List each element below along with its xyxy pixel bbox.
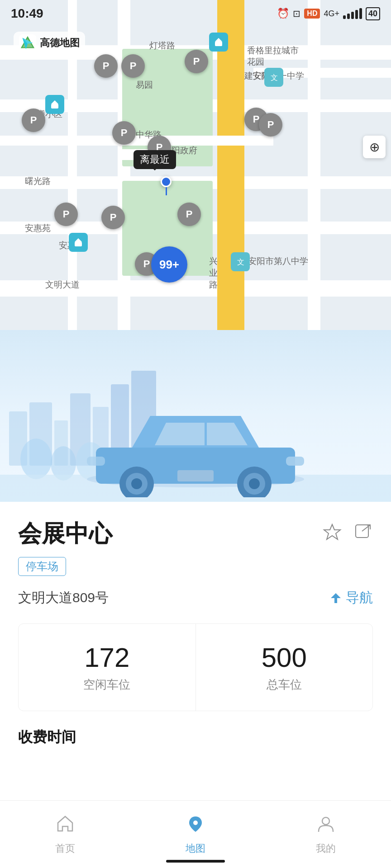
nav-map-label: 地图 [186,842,205,855]
free-spots-value: 172 [19,642,196,673]
dengta-road-label: 灯塔路 [149,40,175,52]
hd-badge: HD [304,9,320,19]
free-spots-stat: 172 空闲车位 [19,624,196,711]
venue-address: 文明大道809号 [18,589,109,607]
parking-count[interactable]: 99+ [151,246,187,283]
poi-chenzhi [45,95,64,114]
quguang-road-label: 曙光路 [25,175,51,187]
svg-marker-4 [215,38,222,42]
nav-mine-label: 我的 [316,842,336,855]
svg-rect-32 [177,470,214,481]
svg-point-37 [322,817,329,825]
parking-8[interactable]: P [259,113,282,137]
anhui-yuan-label: 安惠苑 [25,222,51,234]
signal-icon [343,8,362,19]
location-stem [166,187,167,195]
status-time: 10:49 [11,6,43,21]
venue-title-row: 会展中心 [18,518,373,550]
parking-4[interactable]: P [22,108,45,132]
svg-point-36 [193,821,198,825]
parking-5[interactable]: P [112,121,136,145]
parking-3[interactable]: P [185,50,208,73]
poi-anhui [69,233,88,252]
battery-icon: 40 [366,7,380,20]
star-button[interactable] [322,522,342,546]
navigate-label: 导航 [346,589,373,607]
venue-info: 会展中心 停车场 文明大道809号 [0,502,391,747]
parking-2[interactable]: P [121,54,145,78]
map-container[interactable]: 10:49 ⏰ ⊡ HD 4G+ 40 [0,0,391,330]
svg-text:文: 文 [271,74,278,81]
svg-rect-3 [215,42,222,46]
total-spots-stat: 500 总车位 [196,624,373,711]
nfc-icon: ⊡ [293,8,300,19]
svg-rect-9 [75,242,82,246]
map-zoom-button[interactable]: ⊕ [363,136,386,158]
map-icon [186,814,205,838]
svg-point-29 [249,478,260,489]
nav-mine[interactable]: 我的 [302,814,349,855]
venue-tag: 停车场 [18,557,66,576]
car-illustration [0,330,391,502]
status-icons: ⏰ ⊡ HD 4G+ 40 [277,7,380,20]
venue-actions [322,522,373,546]
svg-point-26 [131,478,142,489]
svg-rect-7 [51,104,58,108]
stats-row: 172 空闲车位 500 总车位 [18,623,373,711]
svg-marker-8 [51,100,58,104]
parking-1[interactable]: P [94,54,118,78]
home-icon [55,814,75,838]
poi-school2: 文 [231,252,250,271]
navigate-button[interactable]: 导航 [329,589,373,607]
svg-marker-10 [75,238,82,242]
location-dot [161,176,172,187]
profile-icon [316,814,336,838]
amap-logo: 高德地图 [14,32,85,54]
map-tooltip: 离最近 [134,150,176,169]
parking-10[interactable]: P [101,206,125,229]
poi-xianggelila [209,33,228,52]
venue-title: 会展中心 [18,518,112,550]
svg-text:文: 文 [237,258,244,266]
nav-map[interactable]: 地图 [172,814,219,855]
free-spots-label: 空闲车位 [19,677,196,693]
svg-rect-30 [286,457,304,466]
bottom-nav: 首页 地图 我的 [0,800,391,868]
svg-marker-33 [324,524,340,539]
xingye-road-label: 兴业路 [209,255,218,291]
xianggelila-label: 香格里拉城市花园 [247,45,306,67]
wenming-avenue-label: 文明大道 [45,279,80,291]
yiyuan-label: 易园 [136,79,153,91]
address-row: 文明大道809号 导航 [18,589,373,607]
network-badge: 4G+ [324,9,339,19]
location-pin [161,176,172,195]
fee-section-title: 收费时间 [18,727,373,747]
svg-rect-31 [87,457,105,466]
parking-11[interactable]: P [177,203,201,226]
svg-point-18 [20,439,52,479]
alarm-icon: ⏰ [277,8,289,19]
total-spots-label: 总车位 [196,677,373,693]
detail-panel: 会展中心 停车场 文明大道809号 [0,330,391,821]
total-spots-value: 500 [196,642,373,673]
poi-school1: 文 [264,68,283,87]
parking-9[interactable]: P [54,203,78,226]
share-button[interactable] [353,522,373,546]
status-bar: 10:49 ⏰ ⊡ HD 4G+ 40 [0,0,391,27]
anyang-ba-school-label: 安阳市第八中学 [248,255,308,267]
nav-home[interactable]: 首页 [42,814,89,855]
amap-label: 高德地图 [40,36,80,50]
nav-home-label: 首页 [55,842,75,855]
svg-marker-35 [331,593,341,603]
home-indicator [166,860,225,863]
